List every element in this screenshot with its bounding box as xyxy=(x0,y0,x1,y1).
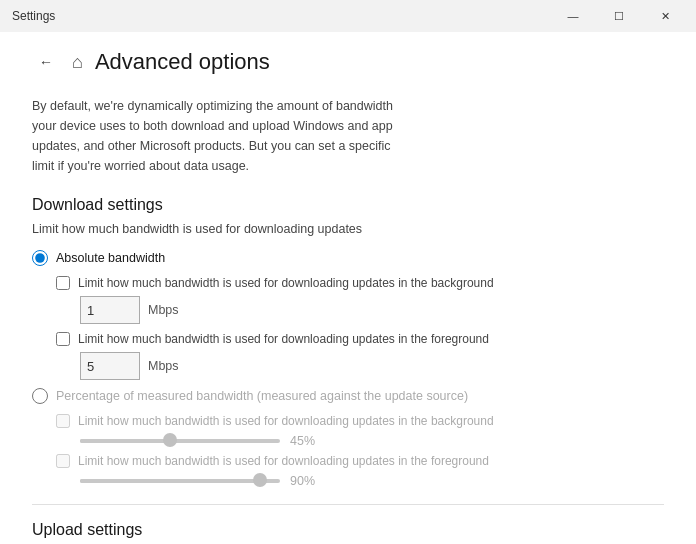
page-title: Advanced options xyxy=(95,49,270,75)
section-divider xyxy=(32,504,664,505)
background-mbps-label: Mbps xyxy=(148,303,179,317)
pct-fg-checkbox-row: Limit how much bandwidth is used for dow… xyxy=(56,454,664,468)
pct-background-checkbox-label: Limit how much bandwidth is used for dow… xyxy=(78,414,494,428)
download-section-subtitle: Limit how much bandwidth is used for dow… xyxy=(32,222,664,236)
nav-row: ← ⌂ Advanced options xyxy=(32,32,664,84)
foreground-checkbox[interactable] xyxy=(56,332,70,346)
pct-bg-slider-fill xyxy=(80,439,170,443)
pct-background-checkbox[interactable] xyxy=(56,414,70,428)
pct-bg-slider-value: 45% xyxy=(290,434,315,448)
minimize-button[interactable]: — xyxy=(550,0,596,32)
absolute-bandwidth-row: Absolute bandwidth xyxy=(32,250,664,266)
absolute-bandwidth-label[interactable]: Absolute bandwidth xyxy=(56,251,165,265)
pct-fg-slider-thumb xyxy=(253,473,267,487)
maximize-button[interactable]: ☐ xyxy=(596,0,642,32)
download-settings-section: Download settings Limit how much bandwid… xyxy=(32,196,664,488)
percentage-bandwidth-label[interactable]: Percentage of measured bandwidth (measur… xyxy=(56,389,468,403)
back-button[interactable]: ← xyxy=(32,48,60,76)
foreground-checkbox-label[interactable]: Limit how much bandwidth is used for dow… xyxy=(78,332,489,346)
pct-fg-slider-fill xyxy=(80,479,260,483)
close-button[interactable]: ✕ xyxy=(642,0,688,32)
foreground-mbps-input[interactable] xyxy=(80,352,140,380)
page-description: By default, we're dynamically optimizing… xyxy=(32,96,412,176)
title-bar-controls: — ☐ ✕ xyxy=(550,0,688,32)
percentage-bandwidth-row: Percentage of measured bandwidth (measur… xyxy=(32,388,664,404)
home-icon: ⌂ xyxy=(72,52,83,73)
percentage-bandwidth-radio[interactable] xyxy=(32,388,48,404)
background-checkbox-label[interactable]: Limit how much bandwidth is used for dow… xyxy=(78,276,494,290)
pct-fg-slider-track xyxy=(80,479,280,483)
pct-fg-slider-row: 90% xyxy=(80,474,664,488)
download-section-title: Download settings xyxy=(32,196,664,214)
bg-input-row: Mbps xyxy=(80,296,664,324)
pct-bg-checkbox-row: Limit how much bandwidth is used for dow… xyxy=(56,414,664,428)
upload-section-title: Upload settings xyxy=(32,521,664,539)
absolute-bandwidth-radio[interactable] xyxy=(32,250,48,266)
background-mbps-input[interactable] xyxy=(80,296,140,324)
pct-bg-slider-track xyxy=(80,439,280,443)
pct-bg-slider-thumb xyxy=(163,433,177,447)
page-content: ← ⌂ Advanced options By default, we're d… xyxy=(0,32,696,544)
app-title: Settings xyxy=(12,9,55,23)
pct-foreground-checkbox-label: Limit how much bandwidth is used for dow… xyxy=(78,454,489,468)
fg-input-row: Mbps xyxy=(80,352,664,380)
upload-settings-section: Upload settings xyxy=(32,521,664,539)
bg-checkbox-row: Limit how much bandwidth is used for dow… xyxy=(56,276,664,290)
title-bar: Settings — ☐ ✕ xyxy=(0,0,696,32)
pct-fg-slider-value: 90% xyxy=(290,474,315,488)
pct-foreground-checkbox[interactable] xyxy=(56,454,70,468)
window: Settings — ☐ ✕ ← ⌂ Advanced options By d… xyxy=(0,0,696,544)
background-checkbox[interactable] xyxy=(56,276,70,290)
title-bar-left: Settings xyxy=(12,9,55,23)
foreground-mbps-label: Mbps xyxy=(148,359,179,373)
fg-checkbox-row: Limit how much bandwidth is used for dow… xyxy=(56,332,664,346)
pct-bg-slider-row: 45% xyxy=(80,434,664,448)
